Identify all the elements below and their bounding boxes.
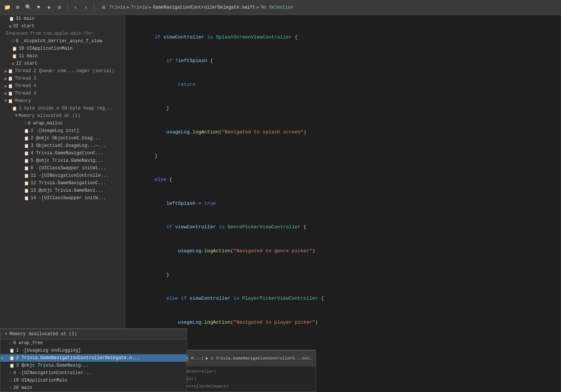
sidebar-item-objc13[interactable]: 📋 13 @objc Trivia.GameNavi... — [0, 187, 125, 194]
code-line: if viewController is SplashScreenViewCon… — [131, 34, 555, 42]
sidebar-item-32-start[interactable]: ⊙ 32 start — [0, 22, 125, 30]
sidebar-item-thread3[interactable]: ▶ 📋 Thread 3 — [0, 75, 125, 82]
grid2-icon[interactable]: ⊡ — [55, 3, 64, 12]
thread-icon: 📋 — [8, 76, 13, 81]
sidebar-item-usagelog-init[interactable]: 📋 1 -[UsageLog init] — [0, 127, 125, 135]
thread-icon: 📋 — [8, 91, 13, 96]
sidebar-label: 3 @objc Trivia.GameNavig... — [16, 363, 89, 368]
sidebar-label: 1 -[UsageLog endLogging] — [16, 348, 81, 353]
expand-icon: ▶ — [4, 91, 7, 96]
frame-icon: 📋 — [24, 196, 29, 201]
dealloc-item-2[interactable]: ▶ 📋 2 Trivia.GameNavigationControllerDel… — [0, 354, 187, 362]
frame-icon: 📋 — [12, 54, 17, 59]
sidebar-item-f12[interactable]: ⊙ 12 start — [0, 60, 125, 67]
sidebar-label: 13 @objc Trivia.GameNavi... — [31, 188, 103, 193]
code-line: usageLog.logAction("Navigated to genre p… — [131, 247, 555, 256]
breadcrumb-sep1: ▶ — [127, 4, 129, 10]
frame-icon: 📋 — [24, 158, 29, 163]
sidebar-label: 0 wrap_free — [13, 340, 43, 346]
dealloc-item-19[interactable]: □ 19 UIApplicationMain — [0, 377, 187, 384]
breadcrumb-file[interactable]: GameNavigationControllerDelegate.swift — [153, 5, 255, 10]
expand-icon: ▼ — [4, 98, 7, 104]
breadcrumb-selection[interactable]: No Selection — [261, 5, 293, 10]
sidebar-item-memory[interactable]: ▼ 📋 Memory — [0, 97, 125, 105]
nav-back-btn[interactable]: ‹ — [71, 3, 80, 12]
sidebar-label: 12 start — [16, 61, 38, 66]
sidebar-item-wrap-malloc[interactable]: □ 0 wrap_malloc — [0, 120, 125, 127]
sidebar-item-uiclassswapper[interactable]: 📋 6 -[UIClassSwapper initWi... — [0, 164, 125, 172]
expand-icon: ▼ — [15, 113, 18, 118]
frame-icon: 📋 — [24, 151, 29, 156]
sidebar-label: Thread 3 — [15, 76, 36, 81]
sidebar-item-thread2[interactable]: ▶ 📋 Thread 2 Queue: com....nager (serial… — [0, 67, 125, 75]
nav-fwd-btn[interactable]: › — [82, 3, 90, 12]
sidebar-label: 11 main — [19, 53, 37, 59]
breadcrumb: ⊟ Trivia ▶ Trivia ▶ GameNavigationContro… — [99, 3, 293, 12]
breadcrumb-sep2: ▶ — [149, 4, 151, 10]
dealloc-item-0[interactable]: □ 0 wrap_free — [0, 339, 187, 347]
sidebar-item-trivia12[interactable]: 📋 12 Trivia.GameNavigationC... — [0, 179, 125, 187]
sidebar-item-f11[interactable]: 📋 11 main — [0, 52, 125, 60]
code-line: if !leftSplash { — [131, 57, 555, 65]
code-line: else { — [131, 176, 555, 184]
sidebar-item-f10[interactable]: 📋 10 UIApplicationMain — [0, 45, 125, 52]
expand-icon: ▶ — [4, 76, 7, 81]
enqueued-label: Enqueued from com.apple.main-thr... — [6, 31, 100, 36]
sidebar-label: 2 Trivia.GameNavigationControllerDelegat… — [16, 355, 140, 361]
dealloc-item-4[interactable]: □ 4 -[UINavigationController... — [0, 369, 187, 377]
expand-icon: ▶ — [4, 68, 7, 74]
folder-icon[interactable]: 📁 — [3, 3, 11, 12]
grid-icon[interactable]: ⊞ — [13, 3, 22, 12]
memory-dealloc-panel: ▼ Memory deallocated at (1) □ 0 wrap_fre… — [0, 328, 187, 392]
dealloc-item-3[interactable]: 📋 3 @objc Trivia.GameNavig... — [0, 362, 187, 369]
frame-icon: □ — [9, 371, 12, 375]
sidebar-label: Thread 2 Queue: com....nager (serial) — [15, 68, 114, 74]
sidebar-label: 2 @objc ObjectiveC.Usag... — [31, 136, 101, 141]
sidebar-label: 19 UIApplicationMain — [13, 378, 67, 383]
frame-icon: 📋 — [24, 143, 29, 148]
breadcrumb-trivia2[interactable]: Trivia — [131, 5, 147, 10]
sidebar-item-uiclassswapper14[interactable]: 📋 14 -[UIClassSwapper initW... — [0, 194, 125, 202]
sidebar-item-objc-gamenav[interactable]: 📋 5 @objc Trivia.GameNavig... — [0, 157, 125, 164]
sidebar-label: Memory — [15, 98, 31, 104]
code-line: } — [131, 342, 555, 351]
sidebar-item-f0[interactable]: □ 0 _dispatch_barrier_async_f_slow — [0, 37, 125, 45]
frame-icon: 📋 — [24, 166, 29, 171]
sidebar-label: Thread 4 — [15, 83, 36, 89]
sidebar-item-thread4[interactable]: ▶ 📋 Thread 4 — [0, 82, 125, 90]
sidebar-label: 11 -[UINavigationControlle... — [31, 173, 109, 178]
thread-icon: 📋 — [8, 69, 13, 74]
dealloc-item-20[interactable]: □ 20 main — [0, 384, 187, 392]
frame-icon: □ — [24, 121, 27, 126]
sidebar-label: 0 wrap_malloc — [28, 121, 63, 126]
sidebar-item-thread5[interactable]: ▶ 📋 Thread 5 — [0, 90, 125, 97]
sidebar-label: 4 Trivia.GameNavigationC... — [31, 151, 103, 156]
sidebar-item-uinav11[interactable]: 📋 11 -[UINavigationControlle... — [0, 172, 125, 179]
breadcrumb-trivia1[interactable]: Trivia — [109, 5, 125, 10]
flag-icon[interactable]: ⚑ — [34, 3, 43, 12]
code-line: } — [131, 152, 555, 161]
sidebar-item-objectivec[interactable]: 📋 3 ObjectiveC.UsageLog...—... — [0, 142, 125, 149]
frame-icon: □ — [9, 341, 12, 345]
sidebar-item-objc-usagelog[interactable]: 📋 2 @objc ObjectiveC.Usag... — [0, 135, 125, 142]
bookmark-icon[interactable]: ◈ — [45, 3, 53, 12]
code-line: leftSplash = true — [131, 200, 555, 208]
sidebar-item-31-main[interactable]: 📋 31 main — [0, 15, 125, 22]
breadcrumb-grid-icon: ⊟ — [99, 3, 108, 12]
sidebar-item-trivia-gamenav[interactable]: 📋 4 Trivia.GameNavigationC... — [0, 149, 125, 157]
start-icon: ⊙ — [9, 24, 12, 29]
sidebar-label: 5 @objc Trivia.GameNavig... — [31, 158, 103, 163]
frame-icon: 📋 — [9, 363, 15, 368]
sidebar-item-heap[interactable]: 📋 1 byte inside a 50-byte heap reg... — [0, 105, 125, 112]
dealloc-item-1[interactable]: 📋 1 -[UsageLog endLogging] — [0, 347, 187, 354]
sidebar-label: 12 Trivia.GameNavigationC... — [31, 180, 106, 186]
code-editor[interactable]: if viewController is SplashScreenViewCon… — [125, 15, 561, 392]
frame-icon: □ — [9, 378, 12, 383]
sidebar-item-mem-alloc[interactable]: ▼ Memory allocated at (1) — [0, 112, 125, 120]
search-icon[interactable]: 🔍 — [24, 3, 32, 12]
dealloc-items: □ 0 wrap_free 📋 1 -[UsageLog endLogging]… — [0, 339, 187, 392]
code-line: } — [131, 105, 555, 113]
sidebar-label: 6 -[UIClassSwapper initWi... — [31, 166, 106, 171]
heap-icon: 📋 — [12, 106, 17, 111]
sidebar-label: Thread 5 — [15, 91, 36, 96]
